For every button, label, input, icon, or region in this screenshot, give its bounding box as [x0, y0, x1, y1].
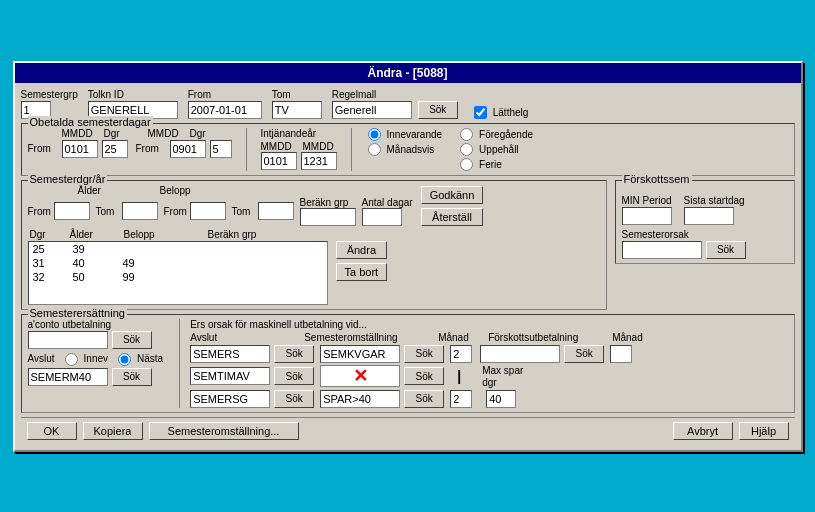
forskotts-input[interactable]: [480, 345, 560, 363]
max-spar-label: Max spar: [482, 365, 523, 376]
nasta-label: Nästa: [137, 353, 163, 364]
mmdd-b-input[interactable]: [301, 152, 337, 170]
mmdd-a-label: MMDD: [261, 141, 299, 152]
alder-tom-input[interactable]: [122, 202, 158, 220]
uppehall-radio[interactable]: [460, 143, 473, 156]
semersg-sok[interactable]: Sök: [274, 390, 314, 408]
belopp-tom-input[interactable]: [258, 202, 294, 220]
avslut-col-header: Avslut: [190, 332, 300, 343]
sista-startdag-label: Sista startdag: [684, 195, 745, 206]
mmdd-b-label: MMDD: [303, 141, 334, 152]
regelmall-sok-button[interactable]: Sök: [418, 101, 458, 119]
semersg-input[interactable]: [190, 390, 270, 408]
manad-row1-input[interactable]: [450, 345, 472, 363]
alder-header: Ålder: [78, 185, 156, 196]
semesterorsak-sok-button[interactable]: Sök: [706, 241, 746, 259]
hjalp-button[interactable]: Hjälp: [739, 422, 789, 440]
aconto-sok-button[interactable]: Sök: [112, 331, 152, 349]
manad2-input[interactable]: [610, 345, 632, 363]
mmdd-a-input[interactable]: [261, 152, 297, 170]
manadsvis-radio[interactable]: [368, 143, 381, 156]
semerm40-input[interactable]: [28, 368, 108, 386]
extra-cell: 49: [123, 257, 163, 269]
semesterorsak-label: Semesterorsak: [622, 229, 788, 240]
alder-from-input[interactable]: [54, 202, 90, 220]
max-spar-input[interactable]: [486, 390, 516, 408]
semesterdgr-list: 25 39 31 40 49 32 50 99: [28, 241, 328, 305]
alder-cell: 40: [73, 257, 123, 269]
dgr1-input[interactable]: [102, 140, 128, 158]
regelmall-label: Regelmall: [332, 89, 458, 100]
aconto-input[interactable]: [28, 331, 108, 349]
avslut2-label: Avslut: [28, 353, 55, 364]
andra-button[interactable]: Ändra: [336, 241, 388, 259]
forskottssem-label: Förskottssem: [622, 173, 692, 185]
obetalda-label: Obetalda semesterdagar: [28, 116, 153, 128]
from-input[interactable]: [188, 101, 262, 119]
extra-cell: 99: [123, 271, 163, 283]
list-item[interactable]: 25 39: [29, 242, 327, 256]
avslut-row1-sok[interactable]: Sök: [274, 345, 314, 363]
innev-radio[interactable]: [65, 353, 78, 366]
belopp-from-input[interactable]: [190, 202, 226, 220]
berakn-grp-col-header: Beräkn grp: [208, 229, 257, 240]
dgr2-label: Dgr: [190, 128, 206, 139]
dgr2-input[interactable]: [210, 140, 232, 158]
godkann-button[interactable]: Godkänn: [421, 186, 484, 204]
sista-startdag-input[interactable]: [684, 207, 734, 225]
list-item[interactable]: 31 40 49: [29, 256, 327, 270]
innev-label: Innev: [84, 353, 108, 364]
ta-bort-button[interactable]: Ta bort: [336, 263, 388, 281]
mmdd-from1-input[interactable]: [62, 140, 98, 158]
alder-cell: 50: [73, 271, 123, 283]
aterstall-button[interactable]: Återställ: [421, 208, 484, 226]
mmdd1-label: MMDD: [62, 128, 100, 139]
min-period-label: MIN Period: [622, 195, 672, 206]
foregaende-radio[interactable]: [460, 128, 473, 141]
semtimav-sok[interactable]: Sök: [274, 367, 314, 385]
latthelg-checkbox[interactable]: [474, 106, 487, 119]
from-label: From: [188, 89, 262, 100]
dgr1-label: Dgr: [104, 128, 132, 139]
spar40-input[interactable]: [320, 390, 400, 408]
alder-col-header: Ålder: [70, 229, 120, 240]
berakn-grp-input[interactable]: [300, 208, 356, 226]
semesteromstallning-button[interactable]: Semesteromställning...: [149, 422, 299, 440]
avbryt-button[interactable]: Avbryt: [673, 422, 733, 440]
spar40-sok[interactable]: Sök: [404, 390, 444, 408]
kopiera-button[interactable]: Kopiera: [83, 422, 143, 440]
crossed-sok[interactable]: Sök: [404, 367, 444, 385]
belopp-col-header: Belopp: [124, 229, 204, 240]
semkvgar-sok[interactable]: Sök: [404, 345, 444, 363]
innevarande-radio[interactable]: [368, 128, 381, 141]
regelmall-input[interactable]: [332, 101, 412, 119]
semesteromstallning-col-header: Semesteromställning: [304, 332, 434, 343]
avslut-row1-input[interactable]: [190, 345, 270, 363]
manad3-input[interactable]: [450, 390, 472, 408]
nasta-radio[interactable]: [118, 353, 131, 366]
tom-label: Tom: [272, 89, 322, 100]
forskotts-sok[interactable]: Sök: [564, 345, 604, 363]
intjanande-label: Intjänandeår: [261, 128, 337, 139]
min-period-input[interactable]: [622, 207, 672, 225]
window-title: Ändra - [5088]: [367, 66, 447, 80]
semerm40-sok-button[interactable]: Sök: [112, 368, 152, 386]
mmdd2-label: MMDD: [148, 128, 186, 139]
belopp-header: Belopp: [160, 185, 238, 196]
antal-dagar-header: Antal dagar: [362, 197, 413, 208]
ferie-radio[interactable]: [460, 158, 473, 171]
ok-button[interactable]: OK: [27, 422, 77, 440]
foregaende-label: Föregående: [479, 129, 533, 140]
semesterorsak-input[interactable]: [622, 241, 702, 259]
antal-dagar-input[interactable]: [362, 208, 402, 226]
from2-label: From: [136, 143, 166, 154]
list-item[interactable]: 32 50 99: [29, 270, 327, 284]
semesterdgr-label: Semesterdgr/år: [28, 173, 108, 185]
semkvgar-input[interactable]: [320, 345, 400, 363]
tom2-header: Tom: [232, 206, 254, 217]
dgr-cell: 25: [33, 243, 73, 255]
mmdd-from2-input[interactable]: [170, 140, 206, 158]
title-bar: Ändra - [5088]: [15, 63, 801, 83]
tom-input[interactable]: [272, 101, 322, 119]
semtimav-input[interactable]: [190, 367, 270, 385]
